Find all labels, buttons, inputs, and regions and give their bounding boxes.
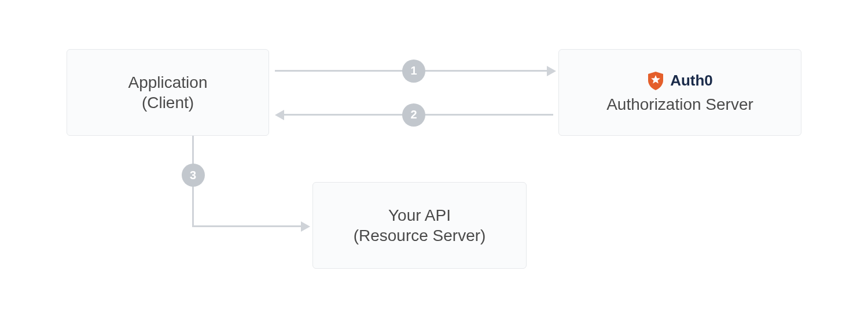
step-1-number: 1 (410, 64, 417, 77)
arrow-3-head (301, 221, 310, 232)
arrow-3-horizontal (192, 225, 302, 227)
node-application-client: Application (Client) (67, 49, 269, 136)
step-3-number: 3 (190, 169, 196, 182)
arrow-2-head (275, 110, 284, 120)
auth0-brand: Auth0 (647, 71, 713, 91)
node-authserver-title: Authorization Server (606, 94, 753, 114)
node-api-title: Your API (388, 205, 451, 225)
arrow-1-head (547, 66, 556, 76)
step-badge-3: 3 (182, 164, 205, 187)
node-client-title: Application (128, 72, 208, 92)
auth0-shield-icon (647, 71, 664, 91)
step-badge-1: 1 (402, 60, 425, 83)
node-authorization-server: Auth0 Authorization Server (558, 49, 801, 136)
node-your-api: Your API (Resource Server) (312, 182, 527, 269)
flow-diagram: Application (Client) Auth0 Authorization… (0, 0, 868, 330)
auth0-brand-text: Auth0 (670, 72, 713, 90)
node-client-subtitle: (Client) (142, 92, 194, 113)
step-badge-2: 2 (402, 103, 425, 127)
step-2-number: 2 (410, 108, 417, 121)
node-api-subtitle: (Resource Server) (354, 225, 486, 246)
